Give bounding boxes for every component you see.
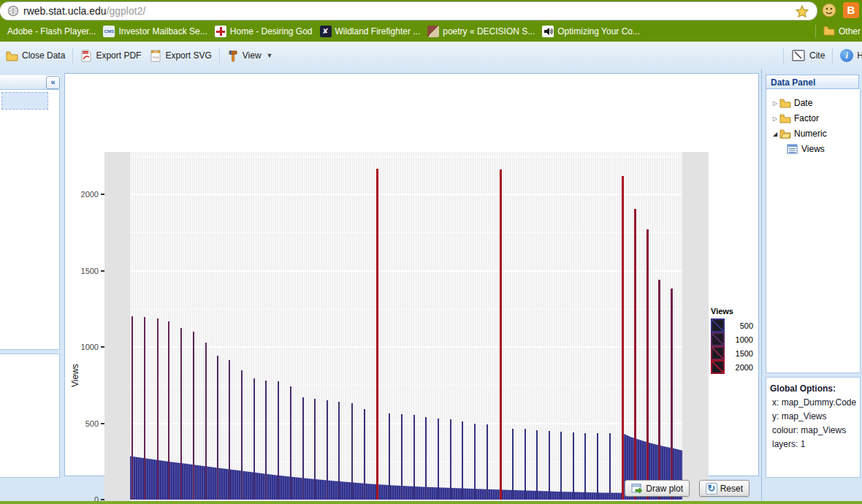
y-axis-title: Views [70, 364, 80, 387]
workspace: « Views Dummy.Code Views 500 1000 1500 [0, 69, 862, 501]
folder-icon [779, 113, 791, 123]
view-label: View [243, 50, 262, 61]
y-tick-mark [101, 423, 104, 424]
browser-top-bar: rweb.stat.ucla.edu /ggplot2/ B [0, 0, 862, 20]
tree-item-numeric[interactable]: ◢ Numeric [766, 127, 860, 140]
globe-icon [7, 5, 19, 17]
legend-entry: 1000 [711, 332, 753, 346]
bookmark-label: Home - Desiring God [230, 26, 313, 37]
bar-spike [634, 209, 636, 500]
tree-item-date[interactable]: ▷ Date [766, 96, 860, 110]
chevron-down-icon: ▼ [267, 52, 273, 59]
toolbar-separator [832, 47, 833, 64]
legend-swatch [711, 332, 725, 346]
data-panel-header: Data Panel [766, 75, 859, 89]
tree-item-factor[interactable]: ▷ Factor [766, 112, 860, 125]
bookmark-label: Investor Mailback Se... [118, 26, 207, 37]
legend-entry: 500 [711, 318, 753, 332]
cite-button[interactable]: Cite [787, 46, 829, 65]
plot-button-strip: Draw plot ↻ Reset [64, 476, 758, 501]
collapse-sidebar-button[interactable]: « [46, 76, 60, 89]
y-tick-label: 1000 [71, 343, 99, 351]
close-data-label: Close Data [22, 50, 65, 61]
collapse-arrow-icon[interactable]: ◢ [771, 131, 779, 137]
svg-text:SVG: SVG [153, 50, 158, 53]
cite-page-icon [791, 49, 806, 62]
svg-text:PDF: PDF [83, 51, 89, 54]
y-tick-mark [101, 270, 104, 272]
export-svg-label: Export SVG [165, 50, 211, 61]
open-folder-icon [779, 129, 791, 139]
view-menu-button[interactable]: View ▼ [223, 47, 278, 65]
bookmark-label: Wildland Firefighter ... [335, 26, 421, 37]
expand-arrow-icon[interactable]: ▷ [771, 100, 779, 107]
bar-spike [658, 280, 660, 500]
export-pdf-button[interactable]: PDF Export PDF [76, 47, 145, 65]
chart-legend: Views 500 1000 1500 2000 [711, 307, 753, 374]
bookmark-label: poetry « DECISION S... [443, 26, 535, 37]
bookmark-poetry-decision[interactable]: poetry « DECISION S... [427, 26, 535, 37]
folder-icon [779, 98, 791, 108]
bar-spike [180, 328, 182, 500]
bar-spike [157, 318, 159, 500]
expand-arrow-icon[interactable]: ▷ [771, 115, 779, 122]
bookmark-label: Optimizing Your Co... [557, 26, 640, 37]
y-tick-mark [101, 346, 104, 348]
tools-hammer-icon [227, 50, 239, 62]
photo-icon [427, 26, 439, 37]
info-icon: i [840, 49, 853, 62]
bookmarks-separator [815, 25, 816, 38]
bookmark-star-icon[interactable] [795, 4, 809, 19]
bookmark-label: Adobe - Flash Player... [7, 26, 96, 37]
extension-blogger-icon[interactable]: B [843, 2, 859, 18]
legend-swatch [711, 318, 725, 332]
close-data-folder-icon [6, 50, 18, 61]
cite-label: Cite [809, 50, 825, 61]
red-cross-icon [215, 26, 226, 37]
speaker-icon [542, 26, 554, 37]
help-label: H [857, 50, 862, 61]
sidebar-selected-item[interactable] [1, 92, 48, 110]
bar-spike [622, 176, 624, 500]
y-tick-mark [101, 194, 104, 195]
global-option-x: x: map_Dummy.Code [772, 397, 860, 408]
legend-entry: 2000 [711, 360, 753, 374]
help-button[interactable]: i H [836, 46, 862, 65]
bookmark-adobe-flash[interactable]: Adobe - Flash Player... [7, 26, 96, 37]
bar-spike [500, 169, 502, 500]
url-bar[interactable]: rweb.stat.ucla.edu /ggplot2/ [0, 1, 817, 20]
global-options-panel: Global Options: x: map_Dummy.Code y: map… [766, 377, 861, 478]
bar-spike [646, 229, 649, 500]
bookmark-desiring-god[interactable]: Home - Desiring God [215, 26, 313, 37]
variable-icon [787, 144, 798, 154]
tree-item-label: Factor [794, 113, 819, 123]
legend-title: Views [711, 307, 753, 316]
global-option-colour: colour: map_Views [772, 425, 860, 435]
folder-icon [823, 26, 835, 37]
legend-entry: 1500 [711, 346, 753, 360]
reset-button[interactable]: ↻ Reset [699, 480, 750, 497]
y-tick-label: 2000 [71, 190, 99, 199]
bar-spike [168, 321, 169, 500]
tree-item-views[interactable]: Views [766, 142, 860, 156]
app-toolbar: Close Data PDF Export PDF SVGsvg Export … [0, 42, 862, 70]
export-svg-button[interactable]: SVGsvg Export SVG [145, 47, 216, 65]
bookmark-wildland-firefighter[interactable]: ✘Wildland Firefighter ... [320, 26, 421, 37]
bookmark-optimizing[interactable]: Optimizing Your Co... [542, 26, 640, 37]
plot-panel [104, 152, 709, 504]
close-data-button[interactable]: Close Data [1, 47, 69, 64]
tree-item-label: Views [801, 144, 825, 154]
bar-spike [671, 289, 673, 500]
ggplot-chart: Views Dummy.Code Views 500 1000 1500 200… [0, 139, 760, 504]
other-bookmarks-folder[interactable]: Other [806, 25, 861, 38]
draw-plot-button[interactable]: Draw plot [625, 480, 690, 497]
global-option-y: y: map_Views [772, 411, 860, 421]
extension-monkey-icon[interactable] [821, 2, 837, 18]
url-path: /ggplot2/ [107, 5, 146, 17]
bar-spike [131, 316, 133, 500]
global-options-title: Global Options: [770, 383, 860, 394]
data-panel: Data Panel ▷ Date ▷ Factor ◢ Numeric [761, 69, 862, 501]
toolbar-separator [219, 47, 220, 64]
bookmark-investor-mailback[interactable]: CMSInvestor Mailback Se... [103, 26, 207, 37]
draw-plot-label: Draw plot [646, 484, 683, 494]
